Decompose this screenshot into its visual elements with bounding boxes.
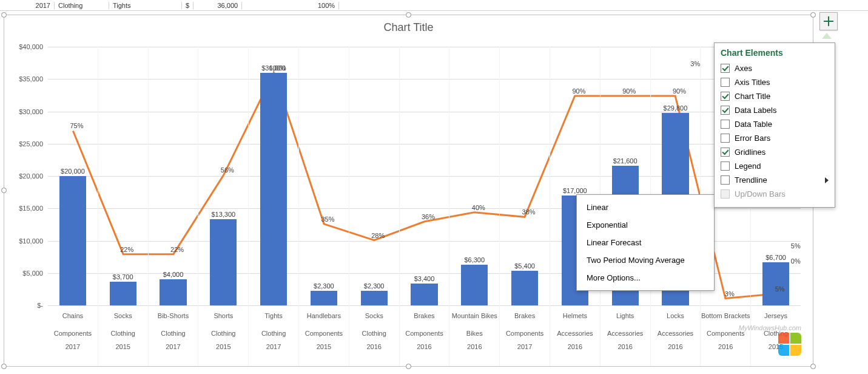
chart-element-item-axis-titles[interactable]: Axis Titles: [721, 75, 829, 89]
cell-currency[interactable]: $: [182, 2, 193, 9]
cell-subcat[interactable]: Tights: [109, 2, 182, 9]
x-tick: Bib-ShortsClothing2017: [149, 305, 199, 366]
x-year: 2017: [249, 343, 298, 350]
bar[interactable]: $4,000: [160, 279, 186, 305]
bar[interactable]: $6,700: [762, 262, 789, 305]
x-tick: LocksAccessories2016: [651, 305, 701, 366]
trendline-option-more-options-[interactable]: More Options...: [577, 269, 714, 287]
bar[interactable]: $2,300: [361, 291, 388, 305]
chart-object[interactable]: Chart Title $-$5,000$10,000$15,000$20,00…: [4, 15, 813, 367]
checkbox[interactable]: [721, 134, 730, 143]
x-year: 2017: [48, 343, 98, 350]
pct-label: 36%: [422, 213, 435, 220]
pane-title: Chart Elements: [721, 48, 829, 58]
cell-pct[interactable]: 100%: [242, 2, 339, 9]
checkbox[interactable]: [721, 148, 730, 157]
chart-elements-button[interactable]: [819, 12, 838, 30]
value-label: $20,000: [61, 168, 85, 175]
x-cat: Components: [500, 330, 550, 337]
value-label: $2,300: [314, 282, 334, 290]
cell-value[interactable]: 36,000: [193, 2, 242, 9]
chart-elements-pane[interactable]: Chart Elements AxesAxis TitlesChart Titl…: [714, 42, 835, 208]
value-label: $6,700: [765, 254, 786, 261]
item-label: Legend: [735, 162, 761, 171]
x-subcat: Brakes: [500, 308, 550, 324]
resize-handle[interactable]: [1, 12, 7, 18]
resize-handle[interactable]: [1, 364, 7, 369]
x-tick: BrakesComponents2017: [500, 305, 550, 366]
category-column[interactable]: $36,000100%: [249, 47, 299, 305]
bar[interactable]: $3,400: [411, 284, 437, 305]
item-label: Gridlines: [735, 148, 765, 157]
checkbox[interactable]: [721, 106, 730, 115]
checkbox[interactable]: [721, 64, 730, 73]
bar[interactable]: $2,300: [311, 291, 337, 305]
trendline-submenu[interactable]: LinearExponentialLinear ForecastTwo Peri…: [576, 194, 715, 291]
y-tick-label: $10,000: [13, 237, 43, 245]
bar[interactable]: $20,000: [59, 176, 86, 305]
resize-handle[interactable]: [810, 12, 816, 18]
x-year: 2016: [601, 343, 650, 350]
checkbox[interactable]: [721, 162, 730, 171]
category-column[interactable]: $3,40036%: [400, 47, 450, 305]
chart-element-item-data-table[interactable]: Data Table: [721, 117, 829, 131]
checkbox[interactable]: [721, 78, 730, 87]
chart-element-item-chart-title[interactable]: Chart Title: [721, 89, 829, 103]
category-column[interactable]: $20,00075%: [48, 47, 98, 305]
resize-handle[interactable]: [1, 188, 7, 193]
chart-title[interactable]: Chart Title: [4, 15, 813, 36]
pct-label: 3%: [725, 290, 735, 298]
bar[interactable]: $6,300: [461, 265, 488, 305]
trendline-option-exponential[interactable]: Exponential: [577, 216, 714, 234]
x-cat: Accessories: [651, 330, 701, 337]
pct-label: 40%: [472, 204, 485, 211]
x-tick: SocksClothing2015: [98, 305, 149, 366]
x-cat: Clothing: [198, 330, 248, 337]
chart-element-item-error-bars[interactable]: Error Bars: [721, 131, 829, 145]
item-label: Axes: [735, 64, 752, 73]
resize-handle[interactable]: [406, 12, 411, 18]
checkbox[interactable]: [721, 92, 730, 101]
y-tick-label: $-: [13, 302, 43, 309]
category-column[interactable]: $5,40038%: [500, 47, 550, 305]
cell-cat[interactable]: Clothing: [55, 2, 109, 9]
x-subcat: Helmets: [550, 308, 600, 324]
bar[interactable]: $36,000: [260, 73, 287, 305]
category-column[interactable]: $6,30040%: [449, 47, 500, 305]
chart-element-item-data-labels[interactable]: Data Labels: [721, 103, 829, 117]
chart-element-item-trendline[interactable]: Trendline: [721, 173, 829, 187]
chart-element-item-legend[interactable]: Legend: [721, 159, 829, 173]
category-column[interactable]: $13,30056%: [198, 47, 249, 305]
checkbox: [721, 189, 730, 199]
x-subcat: Lights: [601, 308, 650, 324]
bar[interactable]: $5,400: [511, 271, 538, 306]
pct-label: 56%: [221, 166, 234, 174]
category-column[interactable]: $2,30035%: [299, 47, 349, 305]
chart-element-item-gridlines[interactable]: Gridlines: [721, 145, 829, 159]
category-column[interactable]: $2,30028%: [349, 47, 400, 305]
value-label: $29,800: [664, 104, 688, 112]
checkbox[interactable]: [721, 120, 730, 129]
x-year: 2015: [198, 343, 248, 350]
category-column[interactable]: $4,00022%: [149, 47, 199, 305]
x-subcat: Locks: [651, 308, 701, 324]
x-subcat: Handlebars: [299, 308, 349, 324]
pct-label: 75%: [70, 122, 83, 129]
x-axis[interactable]: ChainsComponents2017SocksClothing2015Bib…: [48, 305, 801, 366]
checkbox[interactable]: [721, 175, 730, 185]
x-cat: Clothing: [349, 330, 399, 337]
x-tick: Bottom BracketsComponents2016: [701, 305, 751, 366]
chart-element-item-axes[interactable]: Axes: [721, 61, 829, 75]
resize-handle[interactable]: [810, 364, 816, 369]
bar[interactable]: $13,300: [210, 219, 237, 305]
x-year: 2016: [651, 343, 701, 350]
trendline-option-two-period-moving-average[interactable]: Two Period Moving Average: [577, 251, 714, 269]
trendline-option-linear[interactable]: Linear: [577, 199, 714, 216]
x-cat: Components: [48, 330, 98, 337]
category-column[interactable]: $3,70022%: [98, 47, 149, 305]
trendline-option-linear-forecast[interactable]: Linear Forecast: [577, 234, 714, 251]
x-year: 2016: [550, 343, 600, 350]
y-tick-label: $5,000: [13, 270, 43, 277]
cell-year[interactable]: 2017: [0, 2, 55, 9]
bar[interactable]: $3,700: [110, 282, 136, 305]
